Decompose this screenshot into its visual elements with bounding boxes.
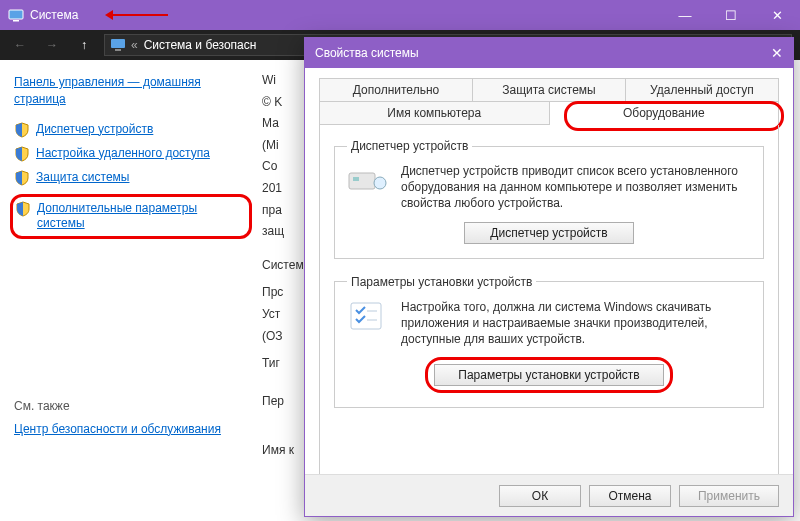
tab-computer-name[interactable]: Имя компьютера [320, 102, 550, 125]
sidebar-item-remote[interactable]: Настройка удаленного доступа [14, 146, 252, 162]
sidebar-item-device-manager[interactable]: Диспетчер устройств [14, 122, 252, 138]
nav-forward-button[interactable]: → [40, 33, 64, 57]
svg-rect-2 [111, 39, 125, 48]
checklist-icon [347, 299, 389, 333]
close-button[interactable]: ✕ [754, 0, 800, 30]
shield-icon [14, 122, 30, 138]
tab-system-protection[interactable]: Защита системы [473, 79, 626, 102]
svg-rect-7 [351, 303, 381, 329]
group-description: Диспетчер устройств приводит список всег… [401, 163, 751, 212]
annotation-highlight: Дополнительные параметры системы [10, 194, 252, 239]
sidebar-item-advanced[interactable]: Дополнительные параметры системы [15, 201, 245, 232]
control-panel-home-link[interactable]: Панель управления — домашняя страница [14, 74, 252, 108]
shield-icon [14, 170, 30, 186]
see-also-security-link[interactable]: Центр безопасности и обслуживания [14, 421, 252, 438]
svg-rect-0 [9, 10, 23, 19]
apply-button[interactable]: Применить [679, 485, 779, 507]
cropped-text: (Mi [262, 135, 304, 157]
cropped-text: Систем [262, 255, 304, 277]
computer-icon [111, 39, 125, 51]
group-legend: Параметры установки устройств [347, 275, 536, 289]
tab-hardware[interactable]: Оборудование [550, 102, 779, 125]
sidebar-item-label: Дополнительные параметры системы [37, 201, 245, 232]
device-install-settings-button[interactable]: Параметры установки устройств [434, 364, 664, 386]
nav-up-button[interactable]: ↑ [72, 33, 96, 57]
system-properties-dialog: Свойства системы ✕ Дополнительно Защита … [304, 37, 794, 517]
cropped-text: 201 [262, 178, 304, 200]
tab-advanced[interactable]: Дополнительно [320, 79, 473, 102]
cancel-button[interactable]: Отмена [589, 485, 671, 507]
cropped-text: Тиг [262, 353, 304, 375]
cropped-text: (ОЗ [262, 326, 304, 348]
cropped-text: Ма [262, 113, 304, 135]
tab-remote[interactable]: Удаленный доступ [626, 79, 778, 102]
cropped-text: защ [262, 221, 304, 243]
cropped-text: Уст [262, 304, 304, 326]
cropped-text: Прс [262, 282, 304, 304]
cropped-text: пра [262, 200, 304, 222]
sidebar-item-label: Защита системы [36, 170, 129, 186]
sidebar-item-protection[interactable]: Защита системы [14, 170, 252, 186]
main-titlebar: Система — ☐ ✕ [0, 0, 800, 30]
dialog-title: Свойства системы [315, 46, 419, 60]
left-pane: Панель управления — домашняя страница Ди… [0, 60, 262, 521]
annotation-arrow [108, 14, 168, 16]
cropped-text: Пер [262, 391, 304, 413]
maximize-button[interactable]: ☐ [708, 0, 754, 30]
sidebar-item-label: Диспетчер устройств [36, 122, 153, 138]
cropped-text: Wi [262, 70, 304, 92]
svg-rect-5 [353, 177, 359, 181]
svg-rect-3 [115, 49, 121, 51]
group-description: Настройка того, должна ли система Window… [401, 299, 751, 348]
sidebar-item-label: Настройка удаленного доступа [36, 146, 210, 162]
dialog-body: Дополнительно Защита системы Удаленный д… [305, 68, 793, 495]
dialog-footer: ОК Отмена Применить [305, 474, 793, 516]
device-manager-button[interactable]: Диспетчер устройств [464, 222, 634, 244]
group-device-manager: Диспетчер устройств Диспетчер устройств … [334, 139, 764, 259]
system-icon [8, 7, 24, 23]
tab-panel-hardware: Диспетчер устройств Диспетчер устройств … [319, 125, 779, 495]
cropped-text: Co [262, 156, 304, 178]
ok-button[interactable]: ОК [499, 485, 581, 507]
annotation-highlight: Параметры установки устройств [425, 357, 673, 393]
window-controls: — ☐ ✕ [662, 0, 800, 30]
window-title: Система [30, 8, 78, 22]
svg-point-6 [374, 177, 386, 189]
nav-back-button[interactable]: ← [8, 33, 32, 57]
group-device-install: Параметры установки устройств Настройка … [334, 275, 764, 409]
group-legend: Диспетчер устройств [347, 139, 472, 153]
cropped-text: Имя к [262, 440, 304, 462]
shield-icon [14, 146, 30, 162]
svg-rect-1 [13, 20, 19, 22]
tab-strip: Дополнительно Защита системы Удаленный д… [319, 78, 779, 125]
shield-icon [15, 201, 31, 217]
breadcrumb-text: Система и безопасн [144, 38, 257, 52]
dialog-close-button[interactable]: ✕ [771, 45, 783, 61]
breadcrumb-chevrons: « [131, 38, 138, 52]
cropped-text: © K [262, 92, 304, 114]
device-manager-icon [347, 163, 389, 197]
see-also-heading: См. также [14, 399, 252, 413]
cropped-details-column: Wi © K Ма (Mi Co 201 пра защ Систем Прс … [262, 60, 304, 521]
dialog-titlebar: Свойства системы ✕ [305, 38, 793, 68]
svg-rect-4 [349, 173, 375, 189]
minimize-button[interactable]: — [662, 0, 708, 30]
